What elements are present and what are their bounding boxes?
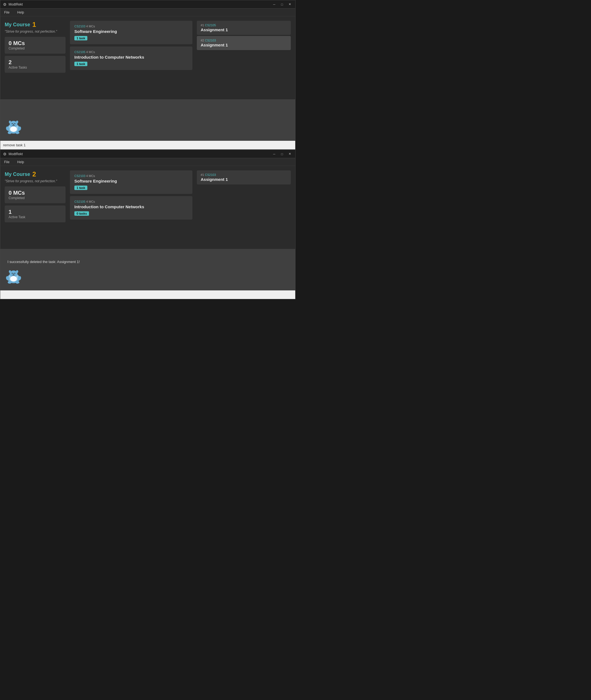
mcs-number-1: 0 MCs bbox=[9, 40, 62, 47]
course-code-2-0: CS2103 bbox=[74, 174, 85, 178]
titlebar-controls-2: ─ □ ✕ bbox=[271, 151, 293, 157]
svg-line-33 bbox=[16, 283, 16, 284]
assignment-num-1-1: #2 CS2103 bbox=[201, 39, 287, 42]
course-name-1-1: Introduction to Computer Networks bbox=[74, 55, 188, 59]
menubar-1: File Help bbox=[0, 9, 295, 16]
svg-point-22 bbox=[10, 276, 17, 282]
course-name-1-0: Software Engineering bbox=[74, 29, 188, 34]
assignment-num-2-0: #1 CS2103 bbox=[201, 173, 287, 176]
input-area-2 bbox=[0, 290, 295, 299]
task-badge-1-0: 1 task bbox=[74, 36, 87, 40]
course-card-1-1[interactable]: CS2105 4 MCs Introduction to Computer Ne… bbox=[70, 47, 192, 70]
assignment-code-1-1: CS2103 bbox=[205, 39, 216, 42]
svg-point-25 bbox=[13, 274, 14, 275]
tasks-card-1: 2 Active Tasks bbox=[5, 56, 66, 73]
maximize-button-2[interactable]: □ bbox=[279, 151, 285, 157]
input-area-1 bbox=[0, 141, 295, 149]
menu-help-2[interactable]: Help bbox=[15, 160, 26, 165]
course-mcs-2-1: 4 MCs bbox=[86, 200, 95, 203]
task-badge-1-1: 1 task bbox=[74, 62, 87, 66]
right-panel-1: #1 CS2105 Assignment 1 #2 CS2103 Assignm… bbox=[197, 21, 291, 95]
course-card-header-2-1: CS2105 4 MCs bbox=[74, 200, 188, 203]
svg-point-8 bbox=[16, 121, 18, 123]
course-title-row-2: My Course 2 bbox=[5, 170, 66, 178]
maximize-button-1[interactable]: □ bbox=[279, 2, 285, 7]
tasks-number-1: 2 bbox=[9, 59, 62, 66]
window-number-1: 1 bbox=[32, 21, 36, 28]
minimize-button-1[interactable]: ─ bbox=[271, 2, 277, 7]
mcs-label-1: Completed bbox=[9, 47, 62, 50]
course-mcs-1-0: 4 MCs bbox=[86, 24, 95, 28]
app-icon-1: ⚙ bbox=[2, 2, 7, 7]
tasks-label-2: Active Task bbox=[9, 215, 62, 219]
svg-point-3 bbox=[10, 126, 17, 132]
course-card-1-0[interactable]: CS2103 4 MCs Software Engineering 1 task bbox=[70, 21, 192, 44]
assignment-name-1-0: Assignment 1 bbox=[201, 27, 287, 32]
content-area-1: My Course 1 "Strive for progress, not pe… bbox=[0, 16, 295, 99]
minimize-button-2[interactable]: ─ bbox=[271, 151, 277, 157]
command-input-2[interactable] bbox=[3, 293, 292, 297]
svg-point-27 bbox=[16, 270, 18, 273]
mcs-number-2: 0 MCs bbox=[9, 190, 62, 196]
chat-message-2: I successfully deleted the task: Assignm… bbox=[5, 260, 291, 264]
app-title-1: ModtRekt bbox=[9, 2, 23, 6]
titlebar-2: ⚙ ModtRekt ─ □ ✕ bbox=[0, 150, 295, 158]
command-input-1[interactable] bbox=[3, 143, 292, 147]
assignment-name-2-0: Assignment 1 bbox=[201, 177, 287, 182]
assignment-name-1-1: Assignment 1 bbox=[201, 43, 287, 47]
mascot-2 bbox=[5, 267, 22, 285]
close-button-2[interactable]: ✕ bbox=[286, 151, 293, 157]
titlebar-controls-1: ─ □ ✕ bbox=[271, 2, 293, 7]
mcs-card-1: 0 MCs Completed bbox=[5, 37, 66, 54]
mcs-card-2: 0 MCs Completed bbox=[5, 186, 66, 203]
menu-help-1[interactable]: Help bbox=[15, 10, 26, 15]
middle-panel-1: CS2103 4 MCs Software Engineering 1 task… bbox=[70, 21, 192, 95]
course-card-2-1[interactable]: CS2105 4 MCs Introduction to Computer Ne… bbox=[70, 196, 192, 220]
assignment-card-2-0[interactable]: #1 CS2103 Assignment 1 bbox=[197, 170, 291, 184]
middle-panel-2: CS2103 4 MCs Software Engineering 1 task… bbox=[70, 170, 192, 244]
svg-line-35 bbox=[18, 283, 19, 284]
mascot-1 bbox=[5, 118, 22, 135]
app-title-2: ModtRekt bbox=[9, 152, 23, 156]
course-card-2-0[interactable]: CS2103 4 MCs Software Engineering 1 task bbox=[70, 170, 192, 194]
content-area-2: My Course 2 "Strive for progress, not pe… bbox=[0, 166, 295, 249]
svg-line-32 bbox=[11, 283, 11, 284]
right-panel-2: #1 CS2103 Assignment 1 bbox=[197, 170, 291, 244]
window-1: ⚙ ModtRekt ─ □ ✕ File Help My Course 1 "… bbox=[0, 0, 296, 150]
assignment-num-1-0: #1 CS2105 bbox=[201, 23, 287, 27]
task-badge-2-1: 0 tasks bbox=[74, 211, 89, 216]
close-button-1[interactable]: ✕ bbox=[286, 2, 293, 7]
course-title-1: My Course bbox=[5, 22, 30, 27]
course-mcs-2-0: 4 MCs bbox=[86, 174, 95, 178]
svg-line-16 bbox=[18, 133, 19, 134]
tasks-card-2: 1 Active Task bbox=[5, 206, 66, 222]
svg-point-7 bbox=[9, 121, 11, 123]
menu-file-2[interactable]: File bbox=[2, 160, 11, 165]
svg-point-6 bbox=[13, 124, 14, 125]
task-badge-2-0: 1 task bbox=[74, 186, 87, 190]
assignment-card-1-1[interactable]: #2 CS2103 Assignment 1 bbox=[197, 36, 291, 50]
svg-point-26 bbox=[9, 270, 11, 273]
course-title-row-1: My Course 1 bbox=[5, 21, 66, 28]
course-quote-1: "Strive for progress, not perfection." bbox=[5, 30, 66, 34]
assignment-card-1-0[interactable]: #1 CS2105 Assignment 1 bbox=[197, 21, 291, 35]
course-card-header-1-1: CS2105 4 MCs bbox=[74, 50, 188, 54]
titlebar-left-1: ⚙ ModtRekt bbox=[2, 2, 23, 7]
chat-area-1 bbox=[0, 99, 295, 141]
chat-area-2: I successfully deleted the task: Assignm… bbox=[0, 249, 295, 290]
course-mcs-1-1: 4 MCs bbox=[86, 50, 95, 54]
svg-line-11 bbox=[8, 133, 8, 134]
window-2: ⚙ ModtRekt ─ □ ✕ File Help My Course 2 "… bbox=[0, 150, 296, 299]
svg-line-14 bbox=[16, 133, 16, 134]
course-card-header-1-0: CS2103 4 MCs bbox=[74, 24, 188, 28]
left-panel-1: My Course 1 "Strive for progress, not pe… bbox=[5, 21, 66, 95]
menu-file-1[interactable]: File bbox=[2, 10, 11, 15]
tasks-label-1: Active Tasks bbox=[9, 66, 62, 69]
app-icon-2: ⚙ bbox=[2, 152, 7, 156]
course-title-2: My Course bbox=[5, 171, 30, 177]
window-number-2: 2 bbox=[32, 170, 36, 178]
course-name-2-0: Software Engineering bbox=[74, 179, 188, 183]
svg-line-13 bbox=[11, 133, 11, 134]
svg-line-30 bbox=[8, 283, 8, 284]
left-panel-2: My Course 2 "Strive for progress, not pe… bbox=[5, 170, 66, 244]
